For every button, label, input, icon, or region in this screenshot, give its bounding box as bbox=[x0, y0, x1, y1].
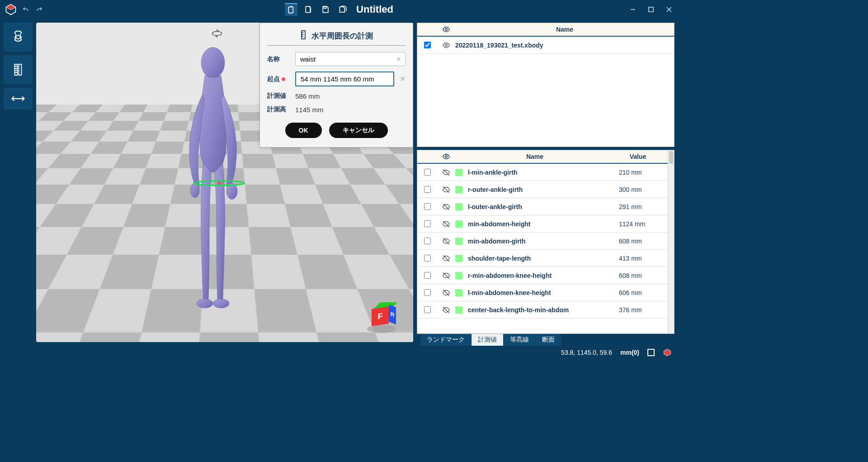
color-swatch[interactable] bbox=[455, 289, 462, 296]
origin-input[interactable]: 54 mm 1145 mm 60 mm bbox=[295, 71, 394, 86]
name-label: 名称 bbox=[267, 55, 290, 63]
measure-name: shoulder-tape-length bbox=[468, 255, 619, 262]
measure-value-header[interactable]: Value bbox=[602, 153, 674, 160]
save-as-button[interactable] bbox=[336, 3, 349, 16]
measure-row[interactable]: min-abdomen-girth 608 mm bbox=[417, 233, 668, 250]
maximize-button[interactable] bbox=[642, 2, 660, 17]
visibility-off-icon[interactable] bbox=[437, 306, 455, 314]
color-swatch[interactable] bbox=[455, 272, 462, 279]
measure-name: min-abdomen-height bbox=[468, 220, 619, 228]
svg-rect-25 bbox=[302, 31, 305, 39]
measure-name: l-min-abdomen-knee-height bbox=[468, 289, 619, 296]
files-name-header[interactable]: Name bbox=[455, 26, 674, 33]
visibility-off-icon[interactable] bbox=[437, 237, 455, 245]
svg-point-18 bbox=[201, 48, 225, 78]
tab-0[interactable]: ランドマーク bbox=[420, 334, 472, 346]
measure-name-header[interactable]: Name bbox=[468, 153, 602, 160]
tab-2[interactable]: 等高線 bbox=[504, 334, 536, 346]
measure-value: 608 mm bbox=[619, 272, 664, 279]
measure-name: r-outer-ankle-girth bbox=[468, 186, 619, 193]
measure-checkbox[interactable] bbox=[424, 306, 431, 313]
measure-row[interactable]: min-abdomen-height 1124 mm bbox=[417, 215, 668, 233]
tool-measure[interactable] bbox=[4, 55, 33, 84]
viewport-3d[interactable]: F R 水平周囲長の計測 名称 waist ✕ bbox=[36, 23, 413, 342]
dialog-title-text: 水平周囲長の計測 bbox=[311, 31, 373, 41]
measure-name: l-outer-ankle-girth bbox=[468, 203, 619, 210]
color-swatch[interactable] bbox=[455, 169, 462, 176]
panel-tabs: ランドマーク計測値等高線断面 bbox=[420, 334, 671, 346]
measure-checkbox[interactable] bbox=[424, 289, 431, 296]
measure-row[interactable]: r-outer-ankle-girth 300 mm bbox=[417, 181, 668, 198]
status-square-icon[interactable] bbox=[647, 349, 655, 356]
color-swatch[interactable] bbox=[455, 203, 462, 210]
left-toolbar bbox=[0, 19, 36, 346]
measure-value: 413 mm bbox=[619, 255, 664, 262]
tool-pan[interactable] bbox=[4, 88, 33, 110]
tab-3[interactable]: 断面 bbox=[536, 334, 561, 346]
visibility-off-icon[interactable] bbox=[437, 289, 455, 297]
status-app-icon[interactable] bbox=[663, 348, 672, 357]
visibility-off-icon[interactable] bbox=[437, 271, 455, 280]
visibility-header-icon[interactable] bbox=[437, 25, 455, 33]
svg-rect-2 bbox=[288, 7, 293, 13]
origin-label: 起点 bbox=[267, 75, 280, 83]
color-swatch[interactable] bbox=[455, 220, 462, 228]
clear-origin-icon[interactable]: ✕ bbox=[400, 75, 406, 83]
redo-button[interactable] bbox=[34, 5, 44, 14]
color-swatch[interactable] bbox=[455, 255, 462, 262]
tab-1[interactable]: 計測値 bbox=[472, 334, 504, 346]
scrollbar[interactable] bbox=[668, 150, 674, 333]
cancel-button[interactable]: キャンセル bbox=[329, 123, 388, 138]
origin-dot-icon bbox=[282, 77, 285, 81]
visibility-header-icon-2[interactable] bbox=[437, 152, 455, 161]
status-bar: 53.8, 1145.0, 59.6 mm(0) bbox=[0, 346, 678, 359]
file-checkbox[interactable] bbox=[424, 42, 431, 48]
svg-marker-41 bbox=[664, 349, 671, 356]
visibility-off-icon[interactable] bbox=[437, 254, 455, 262]
measure-checkbox[interactable] bbox=[424, 238, 431, 244]
svg-point-22 bbox=[213, 299, 229, 308]
measure-checkbox[interactable] bbox=[424, 186, 431, 193]
name-input[interactable]: waist ✕ bbox=[295, 52, 406, 66]
svg-marker-1 bbox=[6, 5, 16, 10]
clear-name-icon[interactable]: ✕ bbox=[396, 56, 401, 63]
save-button[interactable] bbox=[319, 3, 332, 16]
svg-point-31 bbox=[445, 156, 448, 158]
measure-row[interactable]: shoulder-tape-length 413 mm bbox=[417, 250, 668, 267]
visibility-off-icon[interactable] bbox=[437, 203, 455, 211]
measure-checkbox[interactable] bbox=[424, 203, 431, 210]
svg-point-30 bbox=[445, 44, 448, 46]
measure-name: min-abdomen-girth bbox=[468, 238, 619, 245]
undo-button[interactable] bbox=[21, 5, 31, 14]
open-doc-button[interactable] bbox=[302, 3, 315, 16]
measure-value: 291 mm bbox=[619, 203, 664, 210]
color-swatch[interactable] bbox=[455, 238, 462, 245]
minimize-button[interactable] bbox=[624, 2, 642, 17]
measure-label: 計測値 bbox=[267, 92, 290, 100]
measure-row[interactable]: l-outer-ankle-girth 291 mm bbox=[417, 198, 668, 215]
measure-row[interactable]: l-min-ankle-girth 210 mm bbox=[417, 164, 668, 181]
svg-rect-6 bbox=[649, 7, 653, 12]
measure-row[interactable]: center-back-length-to-min-abdom 376 mm bbox=[417, 301, 668, 319]
ok-button[interactable]: OK bbox=[285, 123, 322, 138]
visibility-toggle-icon[interactable] bbox=[437, 41, 455, 49]
measure-row[interactable]: l-min-abdomen-knee-height 606 mm bbox=[417, 284, 668, 301]
color-swatch[interactable] bbox=[455, 186, 462, 193]
measure-name: l-min-ankle-girth bbox=[468, 169, 619, 176]
visibility-off-icon[interactable] bbox=[437, 186, 455, 194]
measure-checkbox[interactable] bbox=[424, 220, 431, 227]
measure-checkbox[interactable] bbox=[424, 255, 431, 262]
tool-model[interactable] bbox=[4, 23, 33, 52]
color-swatch[interactable] bbox=[455, 306, 462, 314]
view-cube[interactable]: F R bbox=[363, 297, 400, 333]
measure-checkbox[interactable] bbox=[424, 169, 431, 176]
close-button[interactable] bbox=[660, 2, 678, 17]
visibility-off-icon[interactable] bbox=[437, 220, 455, 228]
visibility-off-icon[interactable] bbox=[437, 168, 455, 176]
height-value: 1145 mm bbox=[295, 106, 324, 114]
new-doc-button[interactable] bbox=[285, 3, 297, 16]
app-logo bbox=[5, 3, 17, 16]
file-row[interactable]: 20220118_193021_test.xbody bbox=[417, 37, 674, 54]
measure-checkbox[interactable] bbox=[424, 272, 431, 279]
measure-row[interactable]: r-min-abdomen-knee-height 608 mm bbox=[417, 267, 668, 284]
